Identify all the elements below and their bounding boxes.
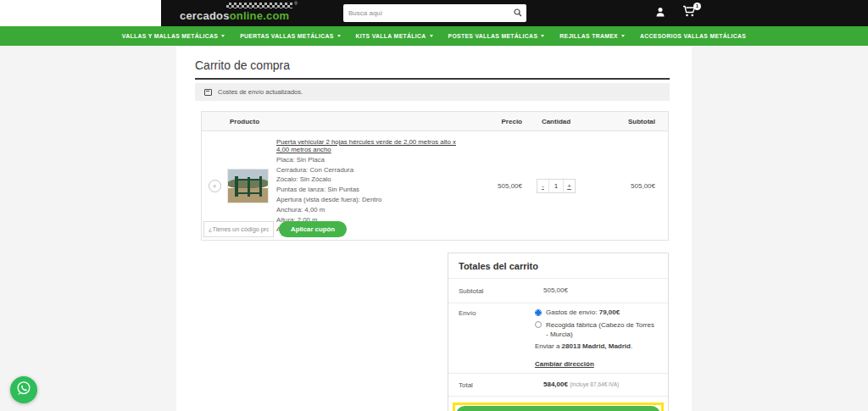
search-button[interactable] bbox=[509, 4, 526, 22]
product-attr-puntas: Puntas de lanza: Sin Puntas bbox=[276, 186, 468, 193]
logo-text: cercadosonline.com bbox=[180, 9, 289, 22]
checkout-area: Finalizar compra bbox=[453, 405, 663, 411]
header-subtotal: Subtotal bbox=[590, 118, 668, 125]
cart-button[interactable]: 1 bbox=[682, 6, 697, 21]
nav-item-rejillas-tramex[interactable]: REJILLAS TRAMEX bbox=[559, 33, 625, 39]
quantity-increase-button[interactable]: + bbox=[563, 180, 575, 192]
registered-mark: ® bbox=[294, 1, 298, 6]
product-attr-anchura: Anchura: 4,00 m bbox=[276, 206, 468, 214]
account-button[interactable] bbox=[653, 6, 668, 21]
apply-coupon-button[interactable]: Aplicar cupón bbox=[279, 221, 347, 237]
nav-label: KITS VALLA METÁLICA bbox=[356, 33, 426, 39]
search-input[interactable] bbox=[343, 9, 509, 17]
logo-part-cercados: cercados bbox=[180, 9, 230, 22]
nav-item-accesorios[interactable]: ACCESORIOS VALLAS METÁLICAS bbox=[640, 33, 746, 39]
item-subtotal: 505,00€ bbox=[590, 182, 668, 190]
radio-selected-icon[interactable] bbox=[535, 309, 542, 316]
ship-to-address: 28013 Madrid, Madrid bbox=[562, 342, 631, 350]
chevron-down-icon bbox=[430, 35, 433, 37]
search-icon bbox=[514, 7, 522, 19]
nav-item-kits-valla[interactable]: KITS VALLA METÁLICA bbox=[356, 33, 433, 39]
header-product: Producto bbox=[227, 118, 468, 125]
radio-unselected-icon[interactable] bbox=[535, 321, 542, 328]
item-price: 505,00€ bbox=[468, 182, 522, 190]
cart-table-header: Producto Precio Cantidad Subtotal bbox=[202, 112, 668, 131]
quantity-input[interactable] bbox=[549, 180, 563, 192]
whatsapp-button[interactable] bbox=[10, 376, 37, 403]
shipping-label: Envío bbox=[459, 308, 535, 368]
nav-label: ACCESORIOS VALLAS METÁLICAS bbox=[640, 33, 746, 39]
nav-label: REJILLAS TRAMEX bbox=[559, 33, 618, 39]
shipping-option-pickup[interactable]: Recogida fábrica (Cabezo de Torres - Mur… bbox=[535, 321, 658, 340]
chevron-down-icon bbox=[221, 35, 225, 37]
nav-label: POSTES VALLAS METÁLICAS bbox=[448, 33, 538, 39]
logo-part-online: online.com bbox=[230, 9, 290, 22]
shipping-cost: 79,00€ bbox=[599, 308, 620, 316]
title-divider bbox=[195, 78, 670, 80]
change-address-link[interactable]: Cambiar dirección bbox=[535, 360, 594, 368]
nav-item-puertas-vallas[interactable]: PUERTAS VALLAS METÁLICAS bbox=[240, 33, 340, 39]
tax-note: (incluye 87,64€ IVA) bbox=[570, 381, 619, 387]
product-attr-placa: Placa: Sin Placa bbox=[276, 156, 468, 164]
product-thumbnail[interactable] bbox=[227, 169, 269, 203]
checkout-button[interactable]: Finalizar compra bbox=[456, 406, 660, 411]
main-navigation: VALLAS Y MALLAS METÁLICAS PUERTAS VALLAS… bbox=[0, 26, 868, 46]
coupon-row: Aplicar cupón bbox=[203, 221, 347, 237]
product-attr-cerradura: Cerradura: Con Cerradura bbox=[276, 166, 468, 174]
product-details: Puerta vehicular 2 hojas hércules verde … bbox=[276, 138, 468, 233]
header-price: Precio bbox=[468, 118, 522, 125]
total-row: Total 584,00€ (incluye 87,64€ IVA) bbox=[448, 374, 668, 397]
cart-page: cercadosonline.com ® bbox=[0, 0, 868, 411]
header-icons: 1 bbox=[653, 0, 697, 26]
cart-count-badge: 1 bbox=[693, 3, 701, 10]
top-bar-black: cercadosonline.com ® bbox=[161, 0, 868, 26]
header-quantity: Cantidad bbox=[522, 118, 590, 125]
shipping-update-icon bbox=[204, 89, 212, 96]
shipping-option-pickup-text: Recogida fábrica (Cabezo de Torres - Mur… bbox=[546, 321, 658, 340]
logo-checker-pattern bbox=[226, 3, 292, 8]
total-value: 584,00€ bbox=[543, 380, 568, 388]
content-area: Carrito de compra Costes de envío actual… bbox=[176, 46, 692, 411]
site-logo[interactable]: cercadosonline.com ® bbox=[180, 0, 294, 26]
quantity-stepper: - + bbox=[537, 179, 576, 193]
nav-label: VALLAS Y MALLAS METÁLICAS bbox=[122, 33, 218, 39]
chevron-down-icon bbox=[621, 35, 625, 37]
coupon-code-input[interactable] bbox=[203, 221, 274, 237]
nav-item-postes-vallas[interactable]: POSTES VALLAS METÁLICAS bbox=[448, 33, 545, 39]
subtotal-row: Subtotal 505,00€ bbox=[448, 279, 668, 303]
nav-item-vallas-y-mallas[interactable]: VALLAS Y MALLAS METÁLICAS bbox=[122, 33, 225, 39]
search-bar bbox=[343, 4, 526, 22]
product-title-link[interactable]: Puerta vehicular 2 hojas hércules verde … bbox=[276, 138, 468, 153]
product-attr-zocalo: Zócalo: Sin Zócalo bbox=[276, 175, 468, 183]
chevron-down-icon bbox=[541, 35, 544, 37]
page-title: Carrito de compra bbox=[195, 58, 290, 72]
shipping-option-delivery[interactable]: Gastos de envío: 79,00€ bbox=[535, 308, 658, 318]
cart-totals-title: Totales del carrito bbox=[448, 253, 668, 279]
shipping-option-delivery-text: Gastos de envío: 79,00€ bbox=[546, 308, 620, 318]
cart-totals-card: Totales del carrito Subtotal 505,00€ Env… bbox=[448, 253, 669, 411]
total-label: Total bbox=[459, 380, 543, 389]
nav-label: PUERTAS VALLAS METÁLICAS bbox=[240, 33, 333, 39]
chevron-down-icon bbox=[337, 35, 341, 37]
ship-to-text: Enviar a 28013 Madrid, Madrid. bbox=[535, 342, 658, 350]
quantity-decrease-button[interactable]: - bbox=[537, 180, 549, 192]
product-attr-apertura: Apertura (vista desde fuera): Dentro bbox=[276, 196, 468, 203]
user-icon bbox=[654, 6, 666, 21]
whatsapp-icon bbox=[15, 380, 32, 400]
shipping-updated-notice: Costes de envío actualizados. bbox=[195, 83, 670, 101]
remove-item-button[interactable]: × bbox=[209, 180, 221, 192]
subtotal-value: 505,00€ bbox=[543, 286, 658, 295]
notice-text: Costes de envío actualizados. bbox=[218, 88, 303, 96]
subtotal-label: Subtotal bbox=[459, 286, 543, 295]
top-bar: cercadosonline.com ® bbox=[0, 0, 868, 26]
shipping-row: Envío Gastos de envío: 79,00€ Recogida f… bbox=[448, 303, 668, 374]
